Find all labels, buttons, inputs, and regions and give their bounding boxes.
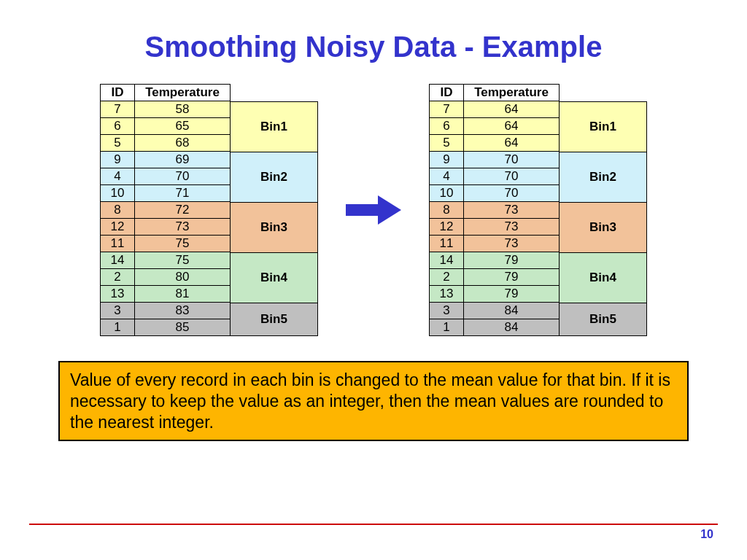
cell-id: 6 bbox=[430, 118, 464, 135]
cell-id: 9 bbox=[430, 152, 464, 168]
bin-label: Bin5 bbox=[560, 303, 647, 336]
table-row: 873 bbox=[430, 202, 560, 219]
cell-temp: 80 bbox=[135, 269, 231, 286]
cell-id: 4 bbox=[430, 168, 464, 185]
cell-id: 12 bbox=[101, 219, 135, 236]
cell-id: 5 bbox=[430, 135, 464, 152]
table-row: 758 bbox=[101, 101, 231, 118]
cell-id: 13 bbox=[430, 286, 464, 303]
cell-temp: 79 bbox=[464, 286, 560, 303]
bin-label: Bin1 bbox=[231, 101, 318, 152]
bin-label: Bin5 bbox=[231, 303, 318, 336]
table-row: 1273 bbox=[430, 219, 560, 236]
table-row: 185 bbox=[101, 319, 231, 336]
table-row: 1479 bbox=[430, 252, 560, 269]
cell-temp: 71 bbox=[135, 185, 231, 202]
cell-temp: 81 bbox=[135, 286, 231, 303]
cell-temp: 75 bbox=[135, 252, 231, 269]
cell-temp: 73 bbox=[464, 236, 560, 252]
cell-id: 1 bbox=[101, 319, 135, 336]
cell-id: 4 bbox=[101, 168, 135, 185]
cell-id: 14 bbox=[101, 252, 135, 269]
cell-id: 11 bbox=[430, 236, 464, 252]
table-header-row: ID Temperature bbox=[430, 85, 560, 101]
bin-label: Bin1 bbox=[560, 101, 647, 152]
cell-id: 14 bbox=[430, 252, 464, 269]
cell-temp: 79 bbox=[464, 252, 560, 269]
col-temp: Temperature bbox=[135, 85, 231, 101]
cell-temp: 73 bbox=[464, 202, 560, 219]
cell-temp: 65 bbox=[135, 118, 231, 135]
right-bin-labels: Bin1Bin2Bin3Bin4Bin5 bbox=[560, 101, 647, 336]
table-row: 1381 bbox=[101, 286, 231, 303]
cell-temp: 64 bbox=[464, 118, 560, 135]
cell-id: 2 bbox=[430, 269, 464, 286]
left-tbody: 7586655689694701071872127311751475280138… bbox=[101, 101, 231, 336]
cell-temp: 73 bbox=[135, 219, 231, 236]
cell-id: 7 bbox=[430, 101, 464, 118]
bin-label: Bin2 bbox=[560, 152, 647, 202]
table-row: 1173 bbox=[430, 236, 560, 252]
arrow-icon bbox=[346, 194, 401, 226]
table-row: 279 bbox=[430, 269, 560, 286]
table-row: 1475 bbox=[101, 252, 231, 269]
bin-label: Bin3 bbox=[231, 202, 318, 252]
left-table-wrap: ID Temperature 7586655689694701071872127… bbox=[100, 84, 318, 336]
cell-temp: 70 bbox=[464, 185, 560, 202]
cell-temp: 70 bbox=[464, 152, 560, 168]
table-row: 470 bbox=[101, 168, 231, 185]
right-tbody: 7646645649704701070873127311731479279137… bbox=[430, 101, 560, 336]
cell-temp: 68 bbox=[135, 135, 231, 152]
table-row: 1379 bbox=[430, 286, 560, 303]
table-row: 384 bbox=[430, 303, 560, 319]
cell-id: 9 bbox=[101, 152, 135, 168]
cell-temp: 58 bbox=[135, 101, 231, 118]
explanation-note: Value of every record in each bin is cha… bbox=[58, 361, 689, 441]
svg-marker-0 bbox=[346, 195, 401, 225]
bin-label: Bin4 bbox=[231, 252, 318, 303]
cell-temp: 64 bbox=[464, 101, 560, 118]
page-number: 10 bbox=[29, 528, 718, 541]
table-row: 665 bbox=[101, 118, 231, 135]
table-row: 280 bbox=[101, 269, 231, 286]
cell-temp: 73 bbox=[464, 219, 560, 236]
table-row: 470 bbox=[430, 168, 560, 185]
cell-temp: 69 bbox=[135, 152, 231, 168]
table-row: 1273 bbox=[101, 219, 231, 236]
table-row: 664 bbox=[430, 118, 560, 135]
footer: 10 bbox=[0, 524, 747, 541]
cell-id: 8 bbox=[101, 202, 135, 219]
cell-id: 3 bbox=[430, 303, 464, 319]
table-row: 970 bbox=[430, 152, 560, 168]
cell-temp: 84 bbox=[464, 319, 560, 336]
cell-temp: 85 bbox=[135, 319, 231, 336]
right-table-wrap: ID Temperature 7646645649704701070873127… bbox=[429, 84, 647, 336]
table-row: 564 bbox=[430, 135, 560, 152]
cell-id: 5 bbox=[101, 135, 135, 152]
left-bin-labels: Bin1Bin2Bin3Bin4Bin5 bbox=[231, 101, 318, 336]
table-row: 764 bbox=[430, 101, 560, 118]
cell-temp: 75 bbox=[135, 236, 231, 252]
table-row: 872 bbox=[101, 202, 231, 219]
cell-temp: 70 bbox=[135, 168, 231, 185]
tables-row: ID Temperature 7586655689694701071872127… bbox=[29, 84, 718, 336]
cell-id: 7 bbox=[101, 101, 135, 118]
table-header-row: ID Temperature bbox=[101, 85, 231, 101]
page-title: Smoothing Noisy Data - Example bbox=[29, 31, 718, 63]
col-id: ID bbox=[101, 85, 135, 101]
cell-id: 10 bbox=[430, 185, 464, 202]
cell-id: 8 bbox=[430, 202, 464, 219]
cell-id: 12 bbox=[430, 219, 464, 236]
left-table: ID Temperature 7586655689694701071872127… bbox=[100, 84, 231, 336]
table-row: 184 bbox=[430, 319, 560, 336]
cell-id: 2 bbox=[101, 269, 135, 286]
cell-id: 13 bbox=[101, 286, 135, 303]
col-temp: Temperature bbox=[464, 85, 560, 101]
slide: Smoothing Noisy Data - Example ID Temper… bbox=[0, 0, 747, 560]
bin-label: Bin4 bbox=[560, 252, 647, 303]
cell-temp: 72 bbox=[135, 202, 231, 219]
footer-rule bbox=[29, 524, 718, 525]
cell-id: 10 bbox=[101, 185, 135, 202]
cell-temp: 83 bbox=[135, 303, 231, 319]
cell-id: 1 bbox=[430, 319, 464, 336]
